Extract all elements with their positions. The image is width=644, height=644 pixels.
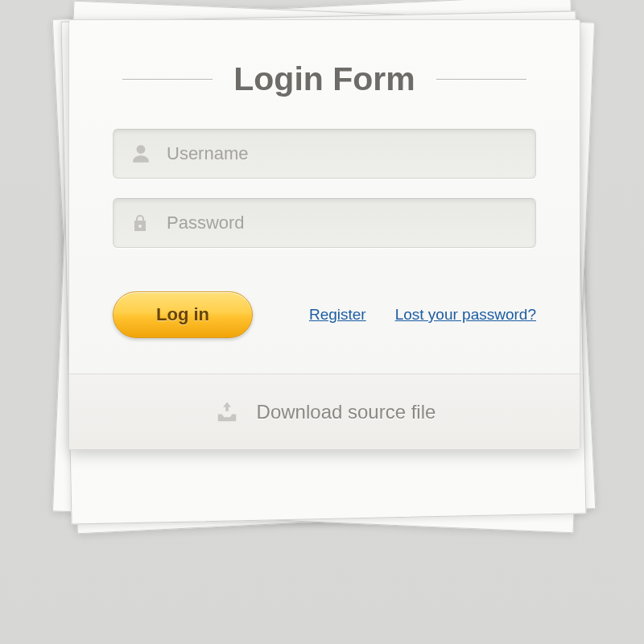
register-link[interactable]: Register	[309, 306, 366, 324]
heading: Login Form	[69, 60, 580, 98]
page-title: Login Form	[233, 60, 415, 98]
username-input[interactable]	[113, 129, 536, 179]
password-field-wrap	[113, 198, 536, 248]
login-button[interactable]: Log in	[113, 291, 253, 338]
username-field-wrap	[113, 129, 536, 179]
rule-left	[122, 79, 213, 80]
lost-password-link[interactable]: Lost your password?	[395, 306, 536, 324]
password-input[interactable]	[113, 198, 536, 248]
rule-right	[436, 79, 526, 80]
login-card: Login Form Log in Register Lost your pas…	[68, 19, 580, 450]
download-icon	[213, 400, 241, 424]
footer: Download source file	[69, 374, 580, 449]
user-icon	[130, 143, 151, 164]
lock-icon	[130, 213, 150, 233]
download-source-link[interactable]: Download source file	[257, 401, 436, 423]
